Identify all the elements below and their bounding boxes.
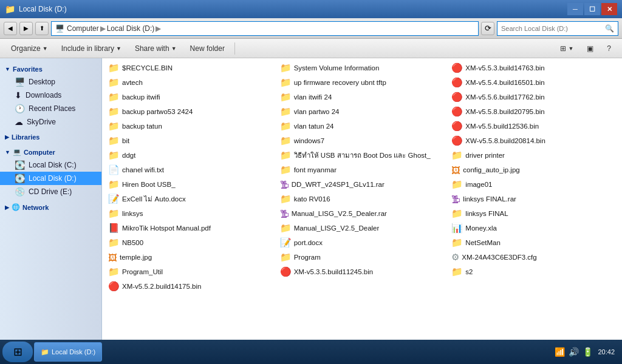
file-item[interactable]: ⚙XM-24A43C6E3DF3.cfg [448,250,620,265]
file-item[interactable]: 📁วิธีทำให้ USB สามารถ Boot Dos และ Ghost… [276,148,448,163]
file-item[interactable]: 🔴XM-v5.5.build12536.bin [448,119,620,133]
folder-icon: 📁 [280,106,292,117]
file-item[interactable]: 🔴XM-v5.5.2.build14175.bin [104,279,276,294]
clock: 20:42 [598,348,615,356]
file-item[interactable]: 📁Program [276,250,448,265]
search-box[interactable]: 🔍 [497,21,618,36]
pane-button[interactable]: ▣ [581,41,600,56]
file-item[interactable]: 📝port.docx [276,235,448,250]
main-layout: ▼ Favorites 🖥️ Desktop ⬇ Downloads 🕐 Rec… [0,58,622,347]
address-box[interactable]: 🖥️ Computer ▶ Local Disk (D:) ▶ [51,21,479,36]
breadcrumb-computer[interactable]: Computer [67,24,99,33]
file-item[interactable]: 📁driver printer [448,148,620,163]
file-item[interactable]: 🔴XM-v5.5.6.build17762.bin [448,90,620,104]
view-dropdown-icon: ▼ [568,46,573,52]
cd-drive-icon: 💿 [15,187,25,197]
file-item[interactable]: 📁backup partwo53 2424 [104,104,276,119]
file-item[interactable]: 📁System Volume Information [276,61,448,75]
breadcrumb-localdisk[interactable]: Local Disk (D:) [107,24,155,33]
include-library-button[interactable]: Include in library ▼ [55,41,128,56]
file-item[interactable]: 📝ExCell ไม่ Auto.docx [104,192,276,206]
tray-icons: 📶 🔊 🔋 [555,347,593,357]
file-item[interactable]: 🔴XM-v5.3.5.build11245.bin [276,265,448,279]
file-item[interactable]: 🔴XW-v5.5.8.build20814.bin [448,133,620,148]
file-item[interactable]: 🗜Manual_LISG_V2.5_Dealer.rar [276,206,448,221]
file-item[interactable]: 📁linksys FINAL [448,206,620,221]
file-item[interactable]: 📁NB500 [104,235,276,250]
share-with-button[interactable]: Share with ▼ [129,41,183,56]
new-folder-button[interactable]: New folder [184,41,231,56]
file-item[interactable]: 🔴XM-v5.5.3.build14763.bin [448,61,620,75]
refresh-button[interactable]: ⟳ [481,22,494,35]
file-name: linksys FINAL [465,210,508,217]
file-item[interactable]: 📕MikroTik Hotspot Manual.pdf [104,221,276,235]
file-item[interactable]: 📊Money.xla [448,221,620,235]
file-name: up firmware recovery ubnt tftp [294,79,386,86]
sidebar-item-local-c[interactable]: 💽 Local Disk (C:) [0,158,101,172]
taskbar-label-explorer: Local Disk (D:) [52,348,95,356]
help-button[interactable]: ? [601,41,617,56]
folder-icon: 📁 [280,135,292,146]
search-input[interactable] [501,25,603,32]
xls-icon: 📊 [451,223,463,234]
downloads-icon: ⬇ [15,90,22,100]
file-item[interactable]: 🔴XM-v5.5.4.build16501.bin [448,75,620,90]
file-item[interactable]: 🗜DD_WRT_v24SP1_GLv11.rar [276,177,448,192]
forward-button[interactable]: ▶ [19,22,33,35]
file-item[interactable]: 📁backup itwifi [104,90,276,104]
file-item[interactable]: 📄chanel wifi.txt [104,163,276,177]
file-item[interactable]: 📁vlan itwifi 24 [276,90,448,104]
maximize-button[interactable]: ☐ [584,3,600,15]
window-icon: 📁 [5,4,15,14]
file-item[interactable]: 🖼temple.jpg [104,250,276,265]
sidebar-item-skydrive[interactable]: ☁ SkyDrive [0,115,101,129]
file-name: linksys [122,210,143,217]
minimize-button[interactable]: ─ [567,3,583,15]
desktop-label: Desktop [29,78,55,86]
breadcrumb-sep-2: ▶ [156,24,161,33]
file-item[interactable]: 📁ddgt [104,148,276,163]
network-header[interactable]: ▶ 🌐 Network [0,201,101,214]
organize-button[interactable]: Organize ▼ [5,41,54,56]
file-name: System Volume Information [294,64,380,72]
file-item[interactable]: 📁avtech [104,75,276,90]
file-item[interactable]: 📁font myanmar [276,163,448,177]
start-button[interactable]: ⊞ [2,342,33,362]
computer-header[interactable]: ▼ 💻 Computer [0,146,101,158]
file-item[interactable]: 📁windows7 [276,133,448,148]
file-item[interactable]: 📁up firmware recovery ubnt tftp [276,75,448,90]
favorites-header[interactable]: ▼ Favorites [0,63,101,75]
file-item[interactable]: 📁Hiren Boot USB_ [104,177,276,192]
close-button[interactable]: ✕ [601,3,617,15]
file-item[interactable]: 🔴XM-v5.5.8.build20795.bin [448,104,620,119]
file-item[interactable]: 📁bit [104,133,276,148]
up-button[interactable]: ⬆ [35,22,49,35]
sidebar-item-desktop[interactable]: 🖥️ Desktop [0,75,101,89]
libraries-header[interactable]: ▶ Libraries [0,131,101,143]
sidebar-item-downloads[interactable]: ⬇ Downloads [0,89,101,102]
sidebar-item-local-d[interactable]: 💽 Local Disk (D:) [0,172,101,185]
file-item[interactable]: 📁s2 [448,265,620,279]
file-item[interactable]: 📁linksys [104,206,276,221]
file-item[interactable]: 📁Manual_LISG_V2.5_Dealer [276,221,448,235]
file-item[interactable]: 📁$RECYCLE.BIN [104,61,276,75]
recent-places-label: Recent Places [29,104,75,113]
file-name: Manual_LISG_V2.5_Dealer [294,224,380,232]
folder-icon: 📁 [280,62,292,73]
file-name: avtech [122,79,143,86]
sidebar-item-cd-drive[interactable]: 💿 CD Drive (E:) [0,185,101,198]
file-item[interactable]: 📁vlan partwo 24 [276,104,448,119]
file-item[interactable]: 📁backup tatun [104,119,276,133]
file-item[interactable]: 🗜linksys FINAL.rar [448,192,620,206]
file-item[interactable]: 📁kato RV016 [276,192,448,206]
sidebar-item-recent-places[interactable]: 🕐 Recent Places [0,102,101,115]
taskbar-item-explorer[interactable]: 📁 Local Disk (D:) [34,342,102,362]
file-item[interactable]: 📁NetSetMan [448,235,620,250]
view-button[interactable]: ⊞ ▼ [554,41,579,56]
favorites-section: ▼ Favorites 🖥️ Desktop ⬇ Downloads 🕐 Rec… [0,63,101,129]
file-item[interactable]: 🖼config_auto_ip.jpg [448,163,620,177]
back-button[interactable]: ◀ [4,22,17,35]
file-item[interactable]: 📁Program_Util [104,265,276,279]
file-item[interactable]: 📁vlan tatun 24 [276,119,448,133]
file-item[interactable]: 📁image01 [448,177,620,192]
